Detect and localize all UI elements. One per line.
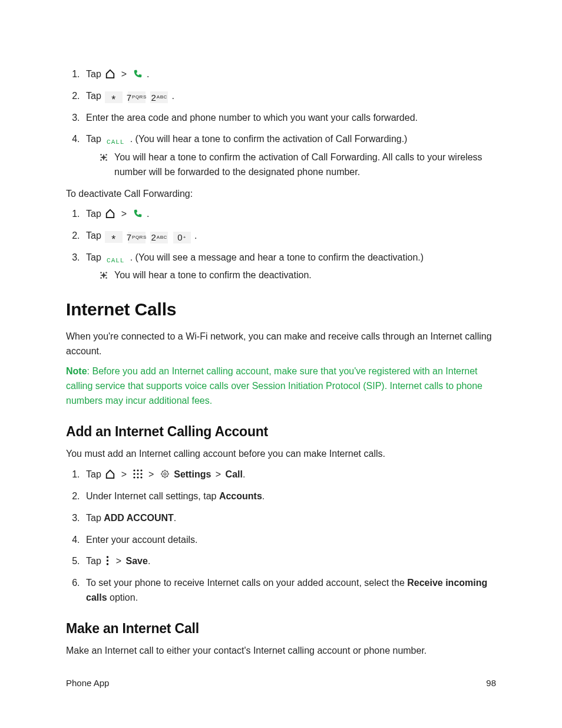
dot: . — [147, 209, 149, 219]
footer-section: Phone App — [66, 678, 109, 688]
heading-make-call: Make an Internet Call — [66, 618, 496, 640]
activate-step-4: Tap CALL . (You will hear a tone to conf… — [82, 132, 496, 179]
deactivate-step-2: Tap * 7PQRS 2ABC 0+ . — [82, 229, 496, 243]
step-text: option. — [107, 592, 138, 602]
gear-icon — [160, 469, 170, 479]
dot: . — [172, 91, 174, 101]
home-icon — [105, 469, 115, 479]
step-text: Tap — [86, 134, 104, 144]
step-text: Tap — [86, 69, 101, 79]
separator: > — [216, 469, 221, 479]
add-account-step-3: Tap ADD ACCOUNT. — [82, 511, 496, 526]
step-text: . (You will see a message and hear a ton… — [130, 252, 424, 262]
step-text: Enter your account details. — [86, 535, 197, 545]
call-button: CALL — [105, 255, 126, 266]
add-account-step-6: To set your phone to receive Internet ca… — [82, 576, 496, 605]
internet-calls-intro: When you're connected to a Wi-Fi network… — [66, 330, 496, 359]
call-label: Call — [226, 469, 243, 479]
dialpad-key-7: 7PQRS — [128, 232, 146, 243]
heading-add-account: Add an Internet Calling Account — [66, 421, 496, 443]
dot: . — [243, 469, 245, 479]
tip-text: You will hear a tone to confirm the acti… — [114, 150, 496, 180]
step-text: Enter the area code and phone number to … — [86, 113, 418, 123]
note: Note: Before you add an Internet calling… — [66, 364, 496, 408]
phone-icon — [133, 208, 143, 219]
home-icon — [105, 208, 115, 219]
deactivate-step-1: Tap > . — [82, 207, 496, 222]
add-account-step-5: Tap > Save. — [82, 554, 496, 569]
settings-label: Settings — [174, 469, 211, 479]
deactivate-steps: Tap > . Tap * 7PQRS 2ABC 0+ . Tap CALL .… — [66, 207, 496, 283]
step-text: Tap — [86, 469, 101, 479]
footer-page: 98 — [486, 678, 496, 688]
note-label: Note — [66, 366, 87, 376]
add-account-step-2: Under Internet call settings, tap Accoun… — [82, 489, 496, 504]
make-call-intro: Make an Internet call to either your con… — [66, 644, 496, 658]
dialpad-key-2: 2ABC — [150, 91, 168, 103]
step-text: Tap — [86, 230, 101, 241]
deactivate-intro: To deactivate Call Forwarding: — [66, 187, 496, 202]
add-account-steps: Tap > > Settings > Call. Under Internet … — [66, 467, 496, 605]
step-text: To set your phone to receive Internet ca… — [86, 578, 407, 588]
dot: . — [148, 556, 150, 566]
step-text: Tap — [86, 91, 101, 101]
add-account-step-4: Enter your account details. — [82, 533, 496, 548]
dot: . — [147, 69, 149, 79]
tip-row: You will hear a tone to confirm the deac… — [99, 268, 496, 283]
heading-internet-calls: Internet Calls — [66, 296, 496, 324]
dialpad-key-0: 0+ — [173, 232, 191, 243]
accounts-label: Accounts — [219, 491, 262, 501]
dialpad-key-7: 7PQRS — [128, 91, 146, 103]
separator: > — [121, 469, 127, 479]
separator: > — [116, 556, 121, 566]
dot: . — [194, 230, 197, 241]
tip-icon — [99, 270, 108, 279]
dot: . — [262, 491, 265, 501]
activate-step-1: Tap > . — [82, 67, 496, 82]
activate-step-2: Tap * 7PQRS 2ABC . — [82, 89, 496, 104]
page-footer: Phone App 98 — [66, 678, 496, 688]
dialpad-key-2: 2ABC — [150, 232, 168, 243]
tip-text: You will hear a tone to confirm the deac… — [114, 268, 312, 283]
add-account-intro: You must add an Internet calling account… — [66, 447, 496, 462]
save-label: Save — [126, 556, 148, 566]
activate-step-3: Enter the area code and phone number to … — [82, 111, 496, 126]
step-text: Tap — [86, 209, 101, 219]
separator: > — [121, 69, 127, 79]
step-text: Tap — [86, 252, 104, 262]
phone-icon — [133, 68, 143, 79]
tip-row: You will hear a tone to confirm the acti… — [99, 150, 496, 180]
separator: > — [148, 469, 154, 479]
step-text: Tap — [86, 556, 101, 566]
menu-dots-icon — [105, 555, 110, 566]
call-button: CALL — [105, 137, 126, 148]
tip-icon — [99, 152, 108, 162]
apps-icon — [133, 469, 143, 479]
separator: > — [121, 209, 127, 219]
note-body: : Before you add an Internet calling acc… — [66, 366, 482, 406]
dialpad-key-star: * — [105, 91, 123, 103]
add-account-step-1: Tap > > Settings > Call. — [82, 467, 496, 482]
home-icon — [105, 68, 115, 79]
step-text: . (You will hear a tone to confirm the a… — [130, 134, 408, 144]
add-account-label: ADD ACCOUNT — [104, 513, 174, 523]
dot: . — [174, 513, 176, 523]
dialpad-key-star: * — [105, 231, 123, 243]
step-text: Under Internet call settings, tap — [86, 491, 219, 501]
activate-steps: Tap > . Tap * 7PQRS 2ABC . Enter the are… — [66, 67, 496, 180]
step-text: Tap — [86, 513, 104, 523]
deactivate-step-3: Tap CALL . (You will see a message and h… — [82, 251, 496, 283]
